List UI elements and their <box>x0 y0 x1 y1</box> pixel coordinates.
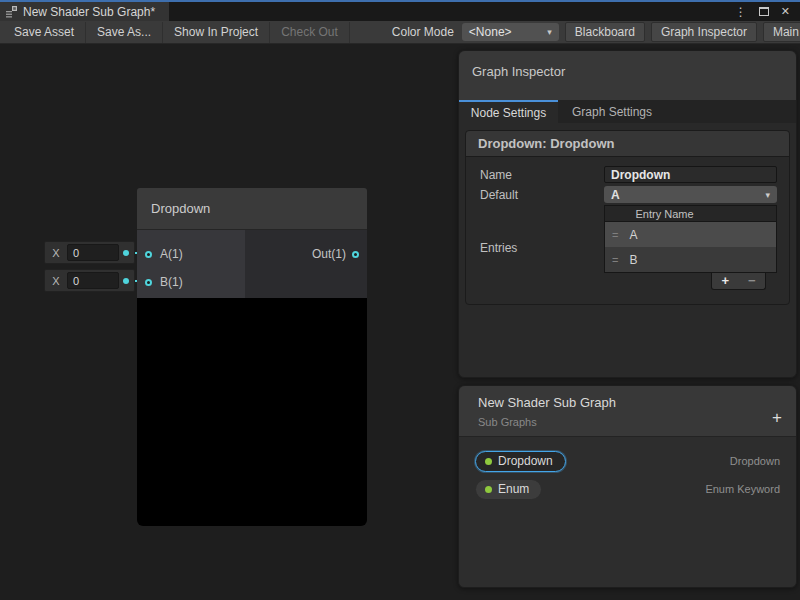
node-header[interactable]: Dropdown <box>137 188 367 230</box>
value-input[interactable]: 0 <box>67 272 119 289</box>
default-dropdown[interactable]: A ▾ <box>604 186 777 203</box>
maximize-icon[interactable] <box>759 7 769 16</box>
property-type-label: Dropdown <box>730 455 780 467</box>
entry-row-a[interactable]: = A <box>605 222 776 247</box>
blackboard-header[interactable]: New Shader Sub Graph Sub Graphs + <box>459 386 796 437</box>
entry-name: B <box>629 253 637 267</box>
blackboard-item-dropdown: Dropdown Dropdown <box>459 447 796 475</box>
node-settings-section: Dropdown: Dropdown Name Dropdown Default… <box>465 130 790 305</box>
dropdown-node[interactable]: Dropdown A(1) B(1) Out(1) <box>137 188 367 526</box>
entries-label: Entries <box>480 241 604 255</box>
drag-handle-icon[interactable]: = <box>612 254 618 266</box>
graph-inspector-panel: Graph Inspector Node Settings Graph Sett… <box>458 50 797 378</box>
output-port-label: Out(1) <box>312 247 346 261</box>
document-tab-title: New Shader Sub Graph* <box>23 5 155 19</box>
name-field-row: Name Dropdown <box>466 166 789 183</box>
property-pill-label: Dropdown <box>498 454 553 468</box>
tab-node-settings[interactable]: Node Settings <box>459 100 558 123</box>
toolbar-right-group: Blackboard Graph Inspector Main Preview <box>559 22 800 42</box>
entries-field-row: Entries Entry Name = A = B <box>466 205 789 290</box>
chevron-down-icon: ▾ <box>547 27 552 37</box>
entry-row-b[interactable]: = B <box>605 247 776 272</box>
widget-port-dot[interactable] <box>123 250 129 256</box>
node-body: A(1) B(1) Out(1) <box>137 230 367 298</box>
more-icon[interactable]: ⋮ <box>735 6 747 18</box>
entry-name: A <box>629 228 637 242</box>
property-pill-label: Enum <box>498 482 529 496</box>
subgraph-icon <box>5 5 18 18</box>
default-label: Default <box>480 188 604 202</box>
color-mode-value: <None> <box>469 25 512 39</box>
port-default-widget-b: X 0 <box>44 269 135 292</box>
value-input[interactable]: 0 <box>67 244 119 261</box>
blackboard-title: New Shader Sub Graph <box>478 395 796 410</box>
property-pill-dropdown[interactable]: Dropdown <box>475 451 566 472</box>
entries-table: Entry Name = A = B <box>604 205 777 273</box>
inspector-header[interactable]: Graph Inspector <box>459 51 796 100</box>
blackboard-subtitle: Sub Graphs <box>478 416 796 428</box>
input-port-row: B(1) <box>137 268 245 296</box>
input-port-a-label: A(1) <box>160 247 183 261</box>
node-input-ports: A(1) B(1) <box>137 230 245 298</box>
document-tab-bar: New Shader Sub Graph* ⋮ ✕ <box>0 2 800 21</box>
graph-inspector-toggle-button[interactable]: Graph Inspector <box>651 22 757 42</box>
property-type-label: Enum Keyword <box>705 483 780 495</box>
input-port-row: A(1) <box>137 240 245 268</box>
tab-graph-settings[interactable]: Graph Settings <box>558 100 666 123</box>
node-settings-section-title: Dropdown: Dropdown <box>466 131 789 157</box>
add-entry-button[interactable]: + <box>712 273 739 289</box>
toolbar-separator <box>349 22 350 43</box>
input-port-b-label: B(1) <box>160 275 183 289</box>
blackboard-toggle-button[interactable]: Blackboard <box>565 22 645 42</box>
color-mode-label: Color Mode <box>384 25 462 39</box>
check-out-button: Check Out <box>270 22 349 43</box>
remove-entry-button[interactable]: − <box>739 273 766 289</box>
node-title: Dropdown <box>151 201 210 216</box>
node-preview <box>137 298 367 526</box>
default-field-row: Default A ▾ <box>466 186 789 203</box>
blackboard-item-enum: Enum Enum Keyword <box>459 475 796 503</box>
input-port-b[interactable] <box>145 279 152 286</box>
chevron-down-icon: ▾ <box>765 190 770 200</box>
property-dot-icon <box>485 458 492 465</box>
node-output-ports: Out(1) <box>245 230 367 298</box>
axis-label: X <box>45 247 67 259</box>
graph-canvas[interactable]: X 0 X 0 Dropdown A(1) <box>0 44 800 600</box>
name-input[interactable]: Dropdown <box>604 166 777 183</box>
entries-footer: + − <box>711 273 766 290</box>
window-controls: ⋮ ✕ <box>735 2 800 21</box>
color-mode-dropdown[interactable]: <None> ▾ <box>462 23 559 41</box>
graph-toolbar: Save Asset Save As... Show In Project Ch… <box>0 21 800 44</box>
add-property-button[interactable]: + <box>772 409 782 426</box>
inspector-tabs: Node Settings Graph Settings <box>459 100 796 123</box>
blackboard-panel: New Shader Sub Graph Sub Graphs + Dropdo… <box>458 385 797 588</box>
name-label: Name <box>480 168 604 182</box>
entries-list: Entry Name = A = B + − <box>604 205 777 290</box>
port-default-widget-a: X 0 <box>44 241 135 264</box>
shader-graph-window: New Shader Sub Graph* ⋮ ✕ Save Asset Sav… <box>0 0 800 600</box>
property-pill-enum[interactable]: Enum <box>475 479 542 500</box>
property-dot-icon <box>485 486 492 493</box>
axis-label: X <box>45 275 67 287</box>
entries-column-header: Entry Name <box>605 206 776 222</box>
close-icon[interactable]: ✕ <box>781 6 790 17</box>
input-port-a[interactable] <box>145 251 152 258</box>
output-port-row: Out(1) <box>312 240 359 268</box>
save-as-button[interactable]: Save As... <box>86 22 162 43</box>
blackboard-body: Dropdown Dropdown Enum Enum Keyword <box>459 437 796 503</box>
main-preview-toggle-button[interactable]: Main Preview <box>763 22 800 42</box>
document-tab[interactable]: New Shader Sub Graph* <box>0 2 169 21</box>
widget-port-dot[interactable] <box>123 278 129 284</box>
output-port[interactable] <box>352 251 359 258</box>
show-in-project-button[interactable]: Show In Project <box>163 22 269 43</box>
inspector-title: Graph Inspector <box>472 64 565 79</box>
drag-handle-icon[interactable]: = <box>612 229 618 241</box>
save-asset-button[interactable]: Save Asset <box>3 22 85 43</box>
default-dropdown-value: A <box>611 188 620 202</box>
